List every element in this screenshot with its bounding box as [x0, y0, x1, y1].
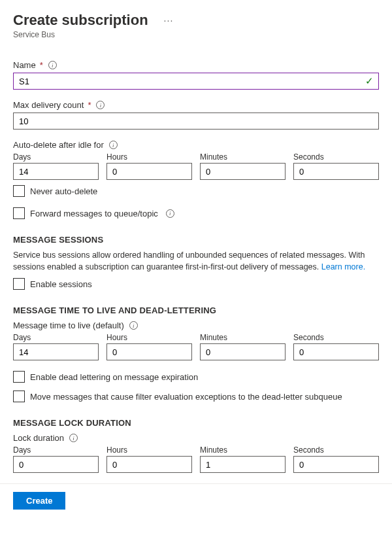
auto-delete-days-input[interactable] [13, 163, 99, 180]
never-auto-delete-label: Never auto-delete [30, 186, 97, 196]
dead-letter-expiration-label: Enable dead lettering on message expirat… [30, 372, 198, 382]
info-icon[interactable]: i [166, 209, 174, 218]
info-icon[interactable]: i [48, 61, 57, 69]
dead-letter-filter-label: Move messages that cause filter evaluati… [30, 392, 342, 402]
seconds-label: Seconds [293, 333, 379, 342]
more-icon[interactable]: ··· [164, 15, 174, 26]
ttl-hours-input[interactable] [106, 343, 192, 360]
auto-delete-seconds-input[interactable] [293, 163, 379, 180]
lock-heading: Message Lock Duration [13, 418, 379, 428]
sessions-description: Service bus sessions allow ordered handl… [13, 250, 379, 273]
ttl-seconds-input[interactable] [293, 343, 379, 360]
days-label: Days [13, 445, 99, 455]
learn-more-link[interactable]: Learn more. [321, 262, 365, 271]
ttl-label: Message time to live (default) [13, 321, 124, 330]
sessions-heading: Message Sessions [13, 235, 379, 245]
lock-days-input[interactable] [13, 456, 99, 473]
dead-letter-filter-checkbox[interactable] [13, 391, 25, 402]
enable-sessions-label: Enable sessions [30, 279, 92, 289]
dead-letter-expiration-checkbox[interactable] [13, 371, 25, 383]
create-button[interactable]: Create [13, 492, 65, 510]
name-input[interactable] [13, 73, 379, 90]
page-subtitle: Service Bus [13, 30, 379, 39]
check-icon: ✓ [365, 75, 374, 87]
info-icon[interactable]: i [109, 141, 118, 149]
lock-hours-input[interactable] [106, 456, 192, 473]
minutes-label: Minutes [200, 333, 286, 342]
ttl-heading: Message Time to Live and Dead-Lettering [13, 305, 379, 315]
lock-minutes-input[interactable] [200, 456, 286, 473]
hours-label: Hours [106, 152, 192, 162]
forward-messages-label: Forward messages to queue/topic [30, 209, 158, 218]
auto-delete-minutes-input[interactable] [200, 163, 286, 180]
max-delivery-label: Max delivery count [13, 100, 84, 110]
seconds-label: Seconds [293, 445, 379, 455]
auto-delete-label: Auto-delete after idle for [13, 140, 104, 150]
required-indicator: * [88, 100, 91, 110]
info-icon[interactable]: i [69, 434, 78, 442]
ttl-days-input[interactable] [13, 343, 99, 360]
info-icon[interactable]: i [96, 101, 105, 109]
minutes-label: Minutes [200, 152, 286, 162]
forward-messages-checkbox[interactable] [13, 207, 25, 219]
never-auto-delete-checkbox[interactable] [13, 185, 25, 197]
lock-label: Lock duration [13, 433, 64, 443]
ttl-minutes-input[interactable] [200, 343, 286, 360]
enable-sessions-checkbox[interactable] [13, 278, 25, 290]
hours-label: Hours [106, 333, 192, 342]
page-title: Create subscription [13, 12, 148, 29]
info-icon[interactable]: i [129, 321, 138, 330]
required-indicator: * [40, 60, 43, 70]
name-label: Name [13, 60, 36, 70]
auto-delete-hours-input[interactable] [106, 163, 192, 180]
days-label: Days [13, 152, 99, 162]
hours-label: Hours [106, 445, 192, 455]
minutes-label: Minutes [200, 445, 286, 455]
max-delivery-input[interactable] [13, 113, 379, 130]
sessions-desc-text: Service bus sessions allow ordered handl… [13, 251, 365, 271]
lock-seconds-input[interactable] [293, 456, 379, 473]
seconds-label: Seconds [293, 152, 379, 162]
days-label: Days [13, 333, 99, 342]
